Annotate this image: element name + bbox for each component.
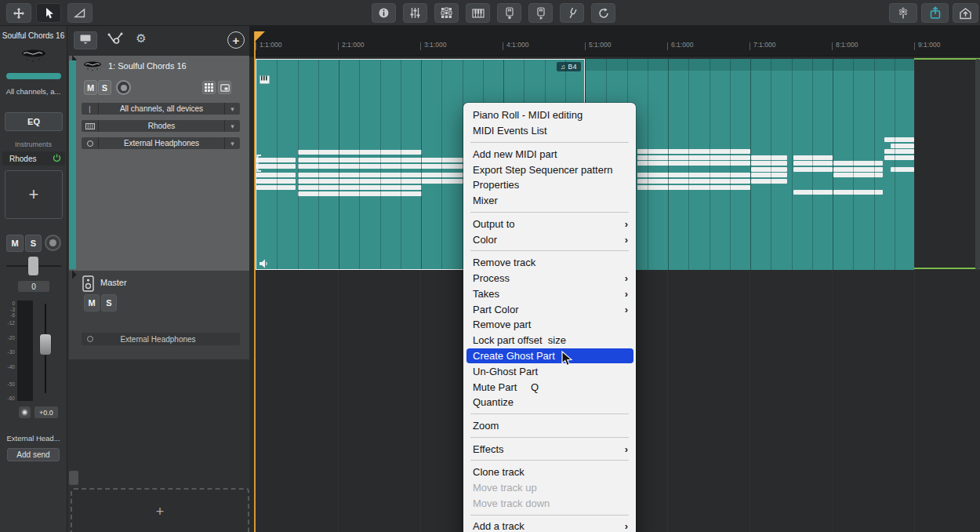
menu-item-label: Mute Part — [473, 381, 517, 393]
plugin-settings-button[interactable] — [889, 3, 917, 23]
popout-window-button[interactable] — [218, 81, 231, 94]
master-output-dropdown[interactable]: External Headphones — [82, 333, 240, 345]
midi-note — [833, 161, 883, 166]
menu-item-create-ghost-part[interactable]: Create Ghost Part — [466, 348, 633, 364]
piano-view-button[interactable] — [466, 3, 490, 23]
ruler-tick — [914, 42, 915, 50]
midi-note — [751, 161, 787, 166]
automation-icon[interactable] — [105, 32, 125, 46]
playhead[interactable] — [254, 31, 256, 532]
volume-fader-handle[interactable] — [39, 333, 52, 355]
inspector-record-button[interactable] — [45, 235, 61, 251]
output-device-dropdown[interactable]: External Headphones ▾ — [82, 137, 240, 149]
menu-item-mute-part[interactable]: Mute PartQ — [463, 379, 636, 395]
menu-item-properties[interactable]: Properties — [463, 177, 636, 193]
midi-note — [637, 149, 750, 154]
timeline-ruler[interactable]: 1:1:0002:1:0003:1:0004:1:0005:1:0006:1:0… — [249, 26, 980, 56]
add-instrument-button[interactable]: + — [5, 170, 63, 219]
meter-scale-label: -60 — [0, 395, 15, 401]
add-send-button[interactable]: Add send — [7, 448, 60, 461]
menu-item-remove-part[interactable]: Remove part — [463, 317, 636, 333]
fade-tool-button[interactable] — [67, 3, 93, 23]
input-device-dropdown[interactable]: | All channels, all devices ▾ — [82, 103, 240, 115]
ruler-tick — [667, 42, 668, 50]
collapse-arrow-icon[interactable] — [67, 270, 76, 279]
menu-item-export-step-sequencer-pattern[interactable]: Export Step Sequencer pattern — [463, 162, 636, 177]
menu-item-remove-track[interactable]: Remove track — [463, 255, 636, 271]
menu-item-quantize[interactable]: Quantize — [463, 395, 636, 410]
track-name[interactable]: 1: Soulful Chords 16 — [108, 61, 187, 71]
horizontal-scrollbar-thumb[interactable] — [69, 471, 78, 485]
menu-item-process[interactable]: Process› — [463, 271, 636, 286]
loop-button[interactable] — [591, 3, 615, 23]
track-record-button[interactable] — [116, 80, 131, 95]
menu-item-lock-part-offset-size[interactable]: Lock part offset size — [463, 333, 636, 348]
export-button[interactable] — [953, 3, 978, 23]
instrument-dropdown[interactable]: Rhodes ▾ — [82, 120, 240, 132]
rack-play-button[interactable] — [528, 3, 553, 23]
clip-gridline — [730, 59, 731, 270]
menu-item-midi-events-list[interactable]: MIDI Events List — [463, 123, 636, 139]
add-object-button[interactable]: + — [227, 31, 245, 49]
grid-view-button[interactable] — [202, 81, 216, 94]
step-sequencer-button[interactable] — [434, 3, 459, 23]
menu-item-clone-track[interactable]: Clone track — [463, 465, 636, 480]
ruler-tick — [256, 42, 256, 50]
master-mute-button[interactable]: M — [84, 294, 100, 312]
mixer-view-button[interactable] — [403, 3, 427, 23]
menu-item-output-to[interactable]: Output to› — [463, 216, 636, 231]
playhead-flag-icon[interactable] — [255, 31, 265, 42]
menu-item-color[interactable]: Color› — [463, 231, 636, 247]
menu-item-effects[interactable]: Effects› — [463, 441, 636, 457]
info-button[interactable] — [372, 3, 396, 23]
pan-knob-icon[interactable] — [19, 406, 31, 418]
menu-item-add-a-track[interactable]: Add a track› — [463, 519, 636, 532]
tuning-fork-button[interactable] — [560, 3, 584, 23]
meter-scale-label: -6 — [0, 312, 15, 318]
ruler-tick — [832, 42, 833, 50]
monitor-icon — [79, 34, 92, 48]
pointer-tool-button[interactable] — [36, 3, 61, 23]
menu-item-add-new-midi-part[interactable]: Add new MIDI part — [463, 146, 636, 162]
power-icon[interactable] — [53, 154, 61, 164]
menu-item-mixer[interactable]: Mixer — [463, 193, 636, 209]
master-track-header[interactable]: Master M S External Headphones — [69, 271, 249, 359]
track-mute-button[interactable]: M — [84, 80, 97, 95]
eq-button[interactable]: EQ — [5, 112, 63, 131]
menu-item-label: Color — [473, 234, 497, 246]
clip-speaker-icon[interactable] — [259, 257, 269, 271]
menu-item-un-ghost-part[interactable]: Un-Ghost Part — [463, 363, 636, 379]
menu-item-part-color[interactable]: Part Color› — [463, 301, 636, 317]
mouse-cursor — [561, 351, 573, 370]
clip-gridline — [318, 60, 319, 269]
menu-item-label: Un-Ghost Part — [473, 366, 538, 377]
add-track-dropzone[interactable]: + — [71, 488, 249, 532]
rack-play-icon — [535, 7, 546, 20]
inspector-mute-button[interactable]: M — [6, 235, 24, 252]
ruler-label: 3:1:000 — [424, 41, 446, 49]
master-solo-button[interactable]: S — [101, 294, 117, 312]
share-button[interactable] — [921, 3, 949, 23]
move-tool-button[interactable] — [6, 3, 31, 23]
pan-slider-handle[interactable] — [27, 256, 39, 276]
menu-item-takes[interactable]: Takes› — [463, 286, 636, 301]
vertical-scrollbar[interactable] — [975, 59, 980, 270]
clip-trim-handle[interactable] — [256, 155, 262, 175]
submenu-arrow-icon: › — [625, 272, 628, 284]
monitor-button[interactable] — [74, 31, 97, 49]
instrument-row-rhodes[interactable]: Rhodes — [2, 151, 65, 166]
track-solo-button[interactable]: S — [98, 80, 111, 95]
track-header-1[interactable]: 1: Soulful Chords 16 M S | All channels,… — [69, 56, 249, 271]
menu-item-piano-roll-midi-editing[interactable]: Piano Roll - MIDI editing — [463, 107, 636, 123]
menu-item-label: Remove part — [473, 319, 531, 330]
output-circle-icon — [82, 137, 99, 149]
pan-value[interactable]: 0 — [18, 281, 49, 292]
ruler-label: 5:1:000 — [589, 41, 611, 49]
settings-gear-icon[interactable]: ⚙ — [133, 32, 149, 44]
midi-note — [751, 167, 787, 172]
clip-gridline — [359, 60, 360, 269]
inspector-solo-button[interactable]: S — [25, 235, 42, 252]
gain-value[interactable]: +0.0 — [34, 406, 58, 418]
rack-record-button[interactable] — [497, 3, 521, 23]
menu-item-zoom[interactable]: Zoom — [463, 418, 636, 434]
